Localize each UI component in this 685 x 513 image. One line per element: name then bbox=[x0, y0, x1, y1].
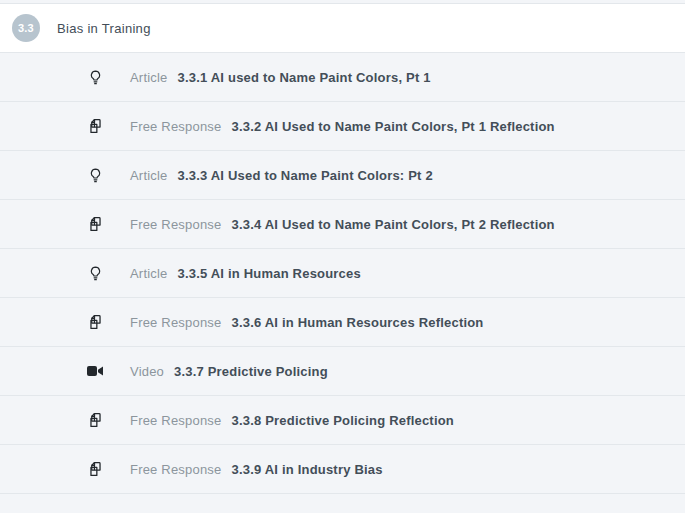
lesson-item-row[interactable]: Article 3.3.5 AI in Human Resources bbox=[0, 249, 685, 298]
copy-icon bbox=[86, 461, 104, 477]
item-title: 3.3.6 AI in Human Resources Reflection bbox=[231, 315, 483, 330]
copy-icon bbox=[86, 412, 104, 428]
lightbulb-icon bbox=[86, 266, 104, 281]
item-type-label: Free Response bbox=[130, 413, 221, 428]
lesson-item-row[interactable]: Article 3.3.3 AI Used to Name Paint Colo… bbox=[0, 151, 685, 200]
copy-icon bbox=[86, 314, 104, 330]
item-type-label: Free Response bbox=[130, 119, 221, 134]
item-title: 3.3.8 Predictive Policing Reflection bbox=[231, 413, 454, 428]
curriculum-section-list: 3.3 Bias in Training Article 3.3.1 AI us… bbox=[0, 0, 685, 513]
item-title: 3.3.2 AI Used to Name Paint Colors, Pt 1… bbox=[231, 119, 554, 134]
section-title: Bias in Training bbox=[57, 21, 151, 36]
item-type-label: Article bbox=[130, 70, 168, 85]
copy-icon bbox=[86, 216, 104, 232]
item-title: 3.3.1 AI used to Name Paint Colors, Pt 1 bbox=[178, 70, 431, 85]
item-title: 3.3.7 Predictive Policing bbox=[174, 364, 328, 379]
item-type-label: Article bbox=[130, 266, 168, 281]
lesson-item-row[interactable]: Video 3.3.7 Predictive Policing bbox=[0, 347, 685, 396]
item-type-label: Article bbox=[130, 168, 168, 183]
lesson-item-row[interactable]: Free Response 3.3.4 AI Used to Name Pain… bbox=[0, 200, 685, 249]
item-type-label: Free Response bbox=[130, 462, 221, 477]
item-title: 3.3.9 AI in Industry Bias bbox=[231, 462, 382, 477]
lesson-item-row[interactable]: Free Response 3.3.9 AI in Industry Bias bbox=[0, 445, 685, 494]
lesson-item-row[interactable]: Article 3.3.1 AI used to Name Paint Colo… bbox=[0, 53, 685, 102]
lesson-item-row[interactable]: Free Response 3.3.8 Predictive Policing … bbox=[0, 396, 685, 445]
item-type-label: Free Response bbox=[130, 315, 221, 330]
lightbulb-icon bbox=[86, 70, 104, 85]
section-number-badge: 3.3 bbox=[12, 14, 40, 42]
video-camera-icon bbox=[86, 365, 104, 377]
section-header[interactable]: 3.3 Bias in Training bbox=[0, 4, 685, 53]
item-title: 3.3.4 AI Used to Name Paint Colors, Pt 2… bbox=[231, 217, 554, 232]
lesson-item-row[interactable]: Free Response 3.3.2 AI Used to Name Pain… bbox=[0, 102, 685, 151]
lesson-item-rows: Article 3.3.1 AI used to Name Paint Colo… bbox=[0, 53, 685, 494]
item-type-label: Free Response bbox=[130, 217, 221, 232]
lightbulb-icon bbox=[86, 168, 104, 183]
copy-icon bbox=[86, 118, 104, 134]
item-type-label: Video bbox=[130, 364, 164, 379]
lesson-item-row[interactable]: Free Response 3.3.6 AI in Human Resource… bbox=[0, 298, 685, 347]
item-title: 3.3.5 AI in Human Resources bbox=[178, 266, 361, 281]
next-row-edge bbox=[0, 494, 685, 502]
item-title: 3.3.3 AI Used to Name Paint Colors: Pt 2 bbox=[178, 168, 433, 183]
